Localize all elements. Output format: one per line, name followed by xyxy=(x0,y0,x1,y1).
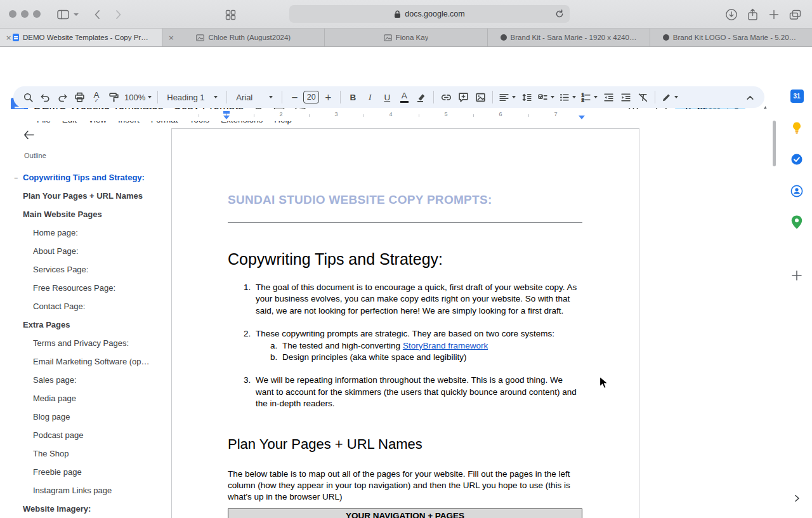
decrease-font-size-button[interactable]: − xyxy=(286,89,303,105)
reload-icon[interactable] xyxy=(555,10,564,20)
doc-heading-2: Plan Your Pages + URL Names xyxy=(228,435,582,453)
browser-tab-active[interactable]: × DEMO Website Templates - Copy Promp... xyxy=(0,29,162,46)
outline-item[interactable]: Plan Your Pages + URL Names xyxy=(0,187,169,205)
browser-tab[interactable]: Fiona Kay xyxy=(325,29,487,46)
right-indent-marker[interactable] xyxy=(579,116,585,119)
checklist-select[interactable] xyxy=(535,89,556,105)
google-calendar-icon[interactable]: 31 xyxy=(790,89,804,103)
lock-icon xyxy=(394,10,401,18)
outline-item[interactable]: The Shop xyxy=(0,444,169,463)
divider xyxy=(492,91,493,103)
line-spacing-button[interactable] xyxy=(518,89,535,105)
close-icon[interactable]: × xyxy=(168,34,174,42)
browser-tab[interactable]: Brand Kit - Sara Marie - 1920 x 4240px xyxy=(488,29,650,46)
outline-item[interactable]: Website Imagery: xyxy=(0,500,169,518)
google-contacts-icon[interactable] xyxy=(790,184,804,198)
outline-item[interactable]: Contact Page: xyxy=(0,297,169,315)
clear-formatting-button[interactable] xyxy=(634,89,651,105)
window-close-button[interactable] xyxy=(9,10,16,18)
search-menus-button[interactable] xyxy=(20,89,36,105)
storybrand-link[interactable]: StoryBrand framework xyxy=(403,341,488,350)
numbered-list-select[interactable]: 12 xyxy=(579,89,599,105)
tab-title: Fiona Kay xyxy=(396,34,429,41)
increase-font-size-button[interactable]: + xyxy=(320,89,336,105)
google-maps-icon[interactable] xyxy=(790,215,804,230)
paint-format-button[interactable] xyxy=(105,89,122,105)
decrease-indent-button[interactable] xyxy=(600,89,617,105)
close-outline-arrow-icon[interactable] xyxy=(23,130,35,142)
hide-side-panel-chevron-icon[interactable] xyxy=(790,491,804,505)
horizontal-ruler[interactable]: 1 2 3 4 5 6 7 xyxy=(0,109,782,121)
outline-item[interactable]: Sales page: xyxy=(0,371,169,389)
font-select[interactable]: Arial xyxy=(231,89,278,105)
add-comment-button[interactable] xyxy=(455,89,471,105)
outline-item[interactable]: Services Page: xyxy=(0,260,169,279)
divider xyxy=(655,91,655,103)
italic-button[interactable]: I xyxy=(362,89,378,105)
outline-item[interactable]: Podcast page xyxy=(0,426,169,444)
outline-item[interactable]: Instagram Links page xyxy=(0,481,169,500)
chevron-down-icon[interactable] xyxy=(71,6,81,23)
browser-tab[interactable]: × Chloe Ruth (August2024) xyxy=(162,29,325,46)
print-button[interactable] xyxy=(71,89,88,105)
tab-group-grid-icon[interactable] xyxy=(222,6,239,23)
close-icon[interactable]: × xyxy=(6,34,11,42)
sidebar-toggle-button[interactable] xyxy=(55,6,71,23)
google-tasks-icon[interactable] xyxy=(790,152,804,166)
doc-paragraph: The below table is to map out all of the… xyxy=(228,468,582,503)
outline-item[interactable]: Free Resources Page: xyxy=(0,279,169,297)
spellcheck-button[interactable]: A✓ xyxy=(88,89,105,105)
highlight-color-button[interactable] xyxy=(413,89,429,105)
bold-button[interactable]: B xyxy=(344,89,361,105)
redo-button[interactable] xyxy=(54,89,70,105)
forward-button[interactable] xyxy=(110,6,127,23)
undo-button[interactable] xyxy=(37,89,53,105)
hide-menus-button[interactable] xyxy=(742,89,758,105)
list-number: b. xyxy=(270,352,282,363)
font-size-input[interactable]: 20 xyxy=(303,91,319,103)
browser-tab[interactable]: Brand Kit LOGO - Sara Marie - 5.208 x 1i… xyxy=(650,29,812,46)
google-docs-favicon xyxy=(13,34,19,41)
first-line-indent-marker[interactable] xyxy=(223,111,230,114)
outline-item[interactable]: Blog page xyxy=(0,408,169,426)
document-page[interactable]: SUNDAI STUDIO WEBSITE COPY PROMPTS: Copy… xyxy=(171,128,639,518)
outline-item[interactable]: Home page: xyxy=(0,223,169,242)
zoom-select[interactable]: 100% xyxy=(122,89,154,105)
bulleted-list-select[interactable] xyxy=(557,89,578,105)
list-text: The goal of this document is to encourag… xyxy=(256,282,582,317)
increase-indent-button[interactable] xyxy=(617,89,634,105)
address-bar[interactable]: docs.google.com xyxy=(289,5,570,23)
align-select[interactable] xyxy=(497,89,518,105)
new-tab-button[interactable] xyxy=(766,6,782,23)
editing-mode-select[interactable] xyxy=(659,89,680,105)
list-text-prefix: The tested and high-converting xyxy=(282,341,403,350)
downloads-button[interactable] xyxy=(723,6,740,23)
outline-item[interactable]: Email Marketing Software (op… xyxy=(0,352,169,371)
outline-item[interactable]: Media page xyxy=(0,389,169,408)
outline-item[interactable]: Extra Pages xyxy=(0,315,169,334)
underline-button[interactable]: U xyxy=(379,89,395,105)
styles-select[interactable]: Heading 1 xyxy=(162,89,223,105)
outline-item[interactable]: Terms and Privacy Pages: xyxy=(0,334,169,352)
svg-text:2: 2 xyxy=(582,97,584,102)
back-button[interactable] xyxy=(89,6,105,23)
outline-item[interactable]: Main Website Pages xyxy=(0,205,169,223)
vertical-scrollbar[interactable] xyxy=(773,121,776,166)
outline-item[interactable]: Copywriting Tips and Strategy: xyxy=(0,168,169,187)
window-zoom-button[interactable] xyxy=(33,10,41,18)
share-page-button[interactable] xyxy=(744,6,761,23)
text-color-button[interactable]: A xyxy=(396,89,412,105)
outline-item[interactable]: About Page: xyxy=(0,242,169,260)
list-item-2b: b. Design principles (aka white space an… xyxy=(228,352,582,363)
google-keep-icon[interactable] xyxy=(790,121,804,135)
list-number: 3. xyxy=(244,375,256,409)
add-panel-plus-icon[interactable] xyxy=(790,269,804,282)
window-minimize-button[interactable] xyxy=(21,10,29,18)
insert-link-button[interactable] xyxy=(438,89,454,105)
left-indent-marker[interactable] xyxy=(223,116,230,119)
outline-item[interactable]: Freebie page xyxy=(0,463,169,481)
insert-image-button[interactable] xyxy=(472,89,488,105)
tab-overview-button[interactable] xyxy=(787,6,803,23)
list-text: The tested and high-converting StoryBran… xyxy=(282,340,488,352)
color-swatch xyxy=(400,101,409,103)
